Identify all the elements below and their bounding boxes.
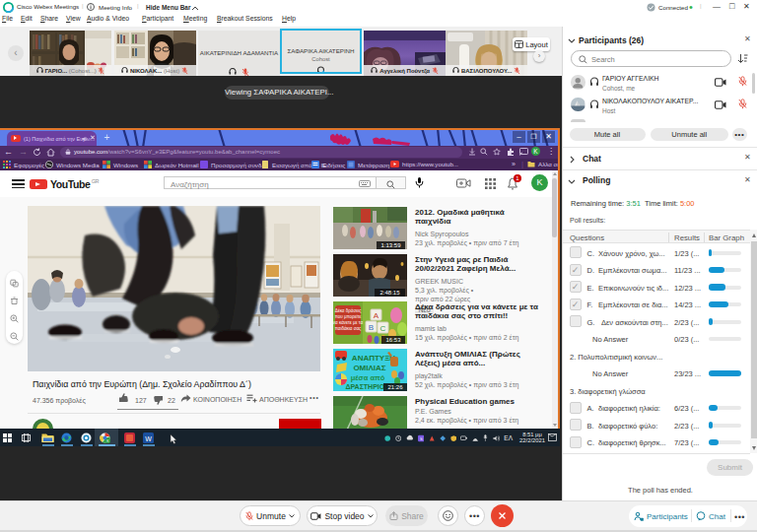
svg-text:21:26: 21:26: [387, 384, 403, 390]
svg-text:B: B: [369, 323, 374, 332]
svg-text:μέσα από: μέσα από: [351, 373, 385, 382]
svg-text:C: C: [380, 324, 386, 333]
svg-text:ΟΜΙΛΙΑΣ: ΟΜΙΛΙΑΣ: [353, 364, 385, 372]
svg-text:S: S: [420, 435, 423, 440]
svg-text:W: W: [145, 435, 152, 442]
svg-text:A: A: [374, 311, 379, 320]
svg-text:Δέκα δράσεις: Δέκα δράσεις: [335, 307, 363, 313]
svg-text:16:53: 16:53: [385, 337, 401, 343]
svg-text:παιδάκια σας: παιδάκια σας: [335, 325, 362, 331]
svg-text:2:48:15: 2:48:15: [379, 290, 400, 296]
svg-text:1:13:59: 1:13:59: [380, 242, 401, 248]
svg-text:να κάνετε με τα: να κάνετε με τα: [333, 319, 364, 325]
svg-text:ΑΝΑΠΤΥΞΗ: ΑΝΑΠΤΥΞΗ: [352, 354, 395, 363]
svg-text:που μπορείτε: που μπορείτε: [335, 314, 362, 319]
